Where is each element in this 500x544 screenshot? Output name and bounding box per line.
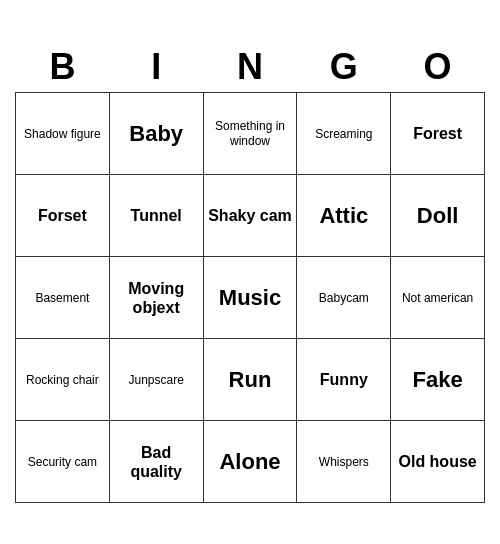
bingo-cell[interactable]: Junpscare <box>109 339 203 421</box>
bingo-cell-text: Attic <box>301 203 386 229</box>
bingo-cell[interactable]: Forest <box>391 93 485 175</box>
bingo-cell[interactable]: Tunnel <box>109 175 203 257</box>
bingo-cell[interactable]: Music <box>203 257 297 339</box>
bingo-card: BINGO Shadow figureBabySomething in wind… <box>15 41 485 504</box>
bingo-cell-text: Run <box>208 367 293 393</box>
bingo-cell[interactable]: Run <box>203 339 297 421</box>
bingo-cell-text: Funny <box>301 370 386 389</box>
bingo-cell-text: Junpscare <box>114 373 199 387</box>
bingo-cell[interactable]: Fake <box>391 339 485 421</box>
bingo-header-cell: N <box>203 41 297 93</box>
bingo-cell-text: Bad quality <box>114 443 199 481</box>
bingo-cell[interactable]: Babycam <box>297 257 391 339</box>
bingo-cell[interactable]: Shadow figure <box>16 93 110 175</box>
bingo-header-cell: O <box>391 41 485 93</box>
bingo-cell[interactable]: Not american <box>391 257 485 339</box>
bingo-cell[interactable]: Something in window <box>203 93 297 175</box>
bingo-cell-text: Basement <box>20 291 105 305</box>
bingo-cell[interactable]: Rocking chair <box>16 339 110 421</box>
bingo-cell-text: Not american <box>395 291 480 305</box>
bingo-cell[interactable]: Basement <box>16 257 110 339</box>
bingo-cell-text: Babycam <box>301 291 386 305</box>
bingo-cell-text: Old house <box>395 452 480 471</box>
bingo-cell-text: Moving objext <box>114 279 199 317</box>
bingo-cell-text: Fake <box>395 367 480 393</box>
bingo-cell[interactable]: Funny <box>297 339 391 421</box>
bingo-cell-text: Tunnel <box>114 206 199 225</box>
bingo-row: Security camBad qualityAloneWhispersOld … <box>16 421 485 503</box>
bingo-cell[interactable]: Shaky cam <box>203 175 297 257</box>
bingo-cell[interactable]: Doll <box>391 175 485 257</box>
bingo-cell[interactable]: Bad quality <box>109 421 203 503</box>
bingo-cell-text: Forset <box>20 206 105 225</box>
bingo-cell-text: Forest <box>395 124 480 143</box>
bingo-cell-text: Alone <box>208 449 293 475</box>
bingo-row: ForsetTunnelShaky camAtticDoll <box>16 175 485 257</box>
bingo-cell-text: Baby <box>114 121 199 147</box>
bingo-cell-text: Shaky cam <box>208 206 293 225</box>
bingo-cell-text: Something in window <box>208 119 293 148</box>
bingo-cell[interactable]: Security cam <box>16 421 110 503</box>
bingo-cell[interactable]: Attic <box>297 175 391 257</box>
bingo-cell-text: Music <box>208 285 293 311</box>
bingo-cell[interactable]: Baby <box>109 93 203 175</box>
bingo-cell-text: Shadow figure <box>20 127 105 141</box>
bingo-row: Rocking chairJunpscareRunFunnyFake <box>16 339 485 421</box>
bingo-header-cell: I <box>109 41 203 93</box>
bingo-header-row: BINGO <box>16 41 485 93</box>
bingo-row: Shadow figureBabySomething in windowScre… <box>16 93 485 175</box>
bingo-header-cell: B <box>16 41 110 93</box>
bingo-row: BasementMoving objextMusicBabycamNot ame… <box>16 257 485 339</box>
bingo-cell-text: Doll <box>395 203 480 229</box>
bingo-cell-text: Rocking chair <box>20 373 105 387</box>
bingo-cell-text: Screaming <box>301 127 386 141</box>
bingo-cell[interactable]: Alone <box>203 421 297 503</box>
bingo-header-cell: G <box>297 41 391 93</box>
bingo-cell[interactable]: Whispers <box>297 421 391 503</box>
bingo-cell[interactable]: Old house <box>391 421 485 503</box>
bingo-cell[interactable]: Forset <box>16 175 110 257</box>
bingo-cell[interactable]: Screaming <box>297 93 391 175</box>
bingo-cell-text: Security cam <box>20 455 105 469</box>
bingo-cell-text: Whispers <box>301 455 386 469</box>
bingo-cell[interactable]: Moving objext <box>109 257 203 339</box>
